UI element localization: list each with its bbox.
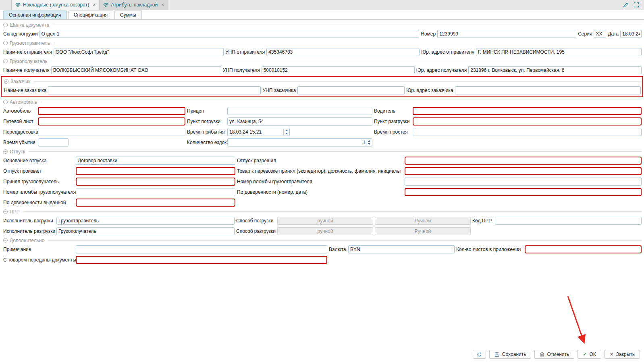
arrival-label: Время прибытия [187,129,226,135]
collapse-icon[interactable] [3,100,8,104]
shipper-unp-input[interactable] [266,48,420,56]
collapse-icon[interactable] [4,79,8,84]
basis-input[interactable] [76,157,235,165]
consignee-name-input[interactable] [51,66,221,74]
tab-main-info[interactable]: Основная информация [3,10,67,19]
fullscreen-icon[interactable] [634,2,639,8]
seal-shipper-input[interactable] [405,178,642,186]
collapse-icon[interactable] [3,149,8,154]
collapse-icon[interactable] [3,41,8,45]
section-header-customer: Заказчик [4,78,641,85]
trash-icon [540,352,544,357]
save-button[interactable]: Сохранить [489,350,532,359]
unload-method-input-1[interactable] [277,227,373,235]
load-exec-input[interactable] [56,217,235,225]
consignee-addr-input[interactable] [468,66,642,74]
attorney-issued-input[interactable] [76,199,235,207]
prr-grid: Исполнитель погрузки Способ погрузки Код… [3,217,642,235]
refresh-icon [477,352,482,357]
load-method-input-2[interactable] [375,217,471,225]
trips-label: Количество ездок [187,140,226,145]
collapse-icon[interactable] [3,209,8,214]
currency-input[interactable] [348,245,455,253]
close-button[interactable]: ✕ Закрыть [605,350,640,359]
readdress-input[interactable] [38,128,185,136]
close-x-icon: ✕ [610,351,614,357]
data-input[interactable] [620,30,642,38]
arrival-input[interactable] [227,128,290,136]
edit-pencil-icon[interactable] [623,2,629,8]
check-icon: ✓ [583,351,587,357]
received-label: Принял грузополучатель [3,179,74,184]
shipper-name-input[interactable] [54,48,224,56]
doc-tab-attributes-label: Атрибуты накладной [111,2,158,8]
seal-consignee-label: Номер пломбы грузополучателя [3,189,74,195]
docs-label: С товаром переданы документы [3,257,74,263]
shipper-addr-label: Юр. адрес отправителя [421,49,474,55]
shipper-addr-input[interactable] [476,48,642,56]
prr-code-input[interactable] [495,217,642,225]
seriya-input[interactable] [594,30,606,38]
driver-input[interactable] [413,107,642,115]
doc-tab-invoices-label: Накладные (закупка-возврат) [23,2,89,8]
tab-sums[interactable]: Суммы [114,10,142,19]
section-header-release: Отпуск [3,148,642,155]
shapka-row: Склад погрузки Номер Серия Дата [3,30,642,38]
unload-point-input[interactable] [413,117,642,126]
attorney-input[interactable] [405,188,642,196]
doc-tab-invoices[interactable]: Накладные (закупка-возврат) × [11,0,100,10]
forwarder-input[interactable] [405,167,642,175]
shipper-name-label: Наим-ие отправителя [3,49,52,55]
doc-tab-invoices-close-icon[interactable]: × [93,2,96,8]
departure-input[interactable] [38,138,69,146]
shipper-row: Наим-ие отправителя УНП отправителя Юр. … [3,48,642,56]
section-title-prr: ПРР [10,209,20,215]
trips-input[interactable] [227,138,372,146]
consignee-unp-input[interactable] [262,66,415,74]
departure-label: Время убытия [3,140,36,145]
allowed-input[interactable] [405,157,642,165]
allowed-label: Отпуск разрешил [237,158,403,163]
page-tab-strip: Основная информация Спецификация Суммы [0,10,644,20]
spin-down-icon[interactable] [366,142,372,146]
customer-name-input[interactable] [48,86,261,94]
customer-unp-input[interactable] [297,86,405,94]
unload-exec-input[interactable] [56,227,235,235]
tab-specification[interactable]: Спецификация [68,10,113,19]
unload-exec-label: Исполнитель разгрузки [3,228,55,234]
customer-addr-label: Юр. адрес заказчика [406,88,453,93]
load-method-input-1[interactable] [277,217,373,225]
made-input[interactable] [76,167,235,175]
readdress-label: Переадресовка [3,129,36,135]
unload-method-input-2[interactable] [375,227,471,235]
trailer-input[interactable] [227,107,372,115]
customer-row: Наим-ие заказчика УНП заказчика Юр. адре… [4,86,641,94]
trips-spin-editor [227,138,372,146]
ok-button[interactable]: ✓ ОК [578,350,601,359]
idle-input[interactable] [413,128,642,136]
cancel-button[interactable]: Отменить [534,350,574,359]
load-method-label: Способ погрузки [236,218,276,224]
sklad-input[interactable] [39,30,420,38]
seal-consignee-input[interactable] [76,188,235,196]
doc-tab-attributes-close-icon[interactable]: × [161,2,164,8]
spin-down-icon[interactable] [284,132,289,135]
collapse-icon[interactable] [3,59,8,63]
customer-addr-input[interactable] [455,86,641,94]
spin-up-icon[interactable] [366,139,372,142]
received-input[interactable] [76,178,235,186]
waybill-input[interactable] [38,117,185,126]
note-input[interactable] [76,245,327,253]
collapse-icon[interactable] [3,23,8,27]
nomer-input[interactable] [437,30,576,38]
collapse-icon[interactable] [3,238,8,243]
section-title-release: Отпуск [10,149,25,155]
docs-input[interactable] [76,256,327,264]
refresh-button[interactable] [473,350,486,359]
arrival-spin-editor [227,128,290,136]
spin-up-icon[interactable] [284,129,289,132]
sheets-input[interactable] [525,245,642,253]
load-point-input[interactable] [227,117,372,126]
doc-tab-attributes[interactable]: Атрибуты накладной × [100,0,168,10]
car-input[interactable] [38,107,185,115]
